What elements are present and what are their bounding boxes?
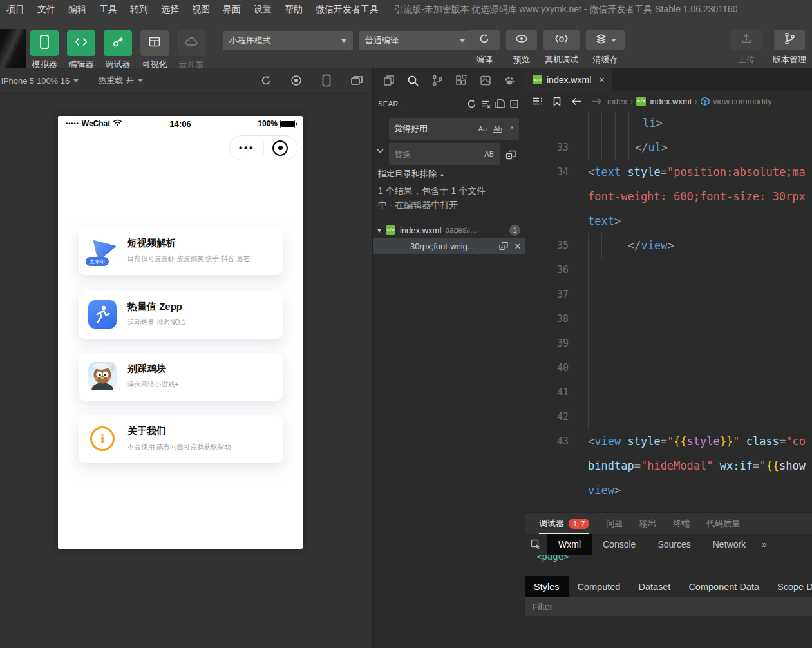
breadcrumb-symbol[interactable]: view.commodity (713, 97, 772, 106)
preserve-case-icon[interactable]: AB (482, 149, 496, 158)
search-icon[interactable] (405, 73, 420, 88)
replace-match-icon[interactable] (497, 242, 510, 251)
source-control-icon[interactable] (430, 73, 445, 88)
code-row[interactable]: 36 (525, 258, 812, 282)
code-row[interactable]: 33</ul> (525, 135, 812, 160)
stop-icon[interactable] (290, 74, 303, 87)
code-row[interactable]: text> (525, 209, 812, 233)
menu-file[interactable]: 文件 (31, 4, 62, 15)
list-item-about[interactable]: i 关于我们 不会使用 或有问题可点我获取帮助 (79, 415, 283, 463)
tab-network[interactable]: Network (702, 534, 757, 555)
menu-tools[interactable]: 工具 (93, 4, 124, 15)
tab-sources[interactable]: Sources (647, 534, 701, 555)
tab-output[interactable]: 输出 (639, 518, 656, 529)
open-search-editor-icon[interactable] (493, 97, 507, 111)
menu-project[interactable]: 项目 (0, 4, 31, 15)
code-row[interactable]: 38 (525, 307, 812, 331)
open-in-editor-link[interactable]: 在编辑器中打开 (395, 200, 458, 210)
close-tab-icon[interactable]: ✕ (598, 75, 605, 84)
tab-styles[interactable]: Styles (525, 576, 569, 597)
visualize-toggle-button[interactable]: 可视化 (140, 30, 169, 70)
code-row[interactable]: 39 (525, 331, 812, 356)
list-item-zepp[interactable]: 热量值 Zepp 运动热量 排名NO.1 (79, 291, 283, 339)
code-row[interactable]: 37 (525, 282, 812, 307)
code-row[interactable]: view> (525, 478, 812, 502)
hot-reload-select[interactable]: 热重载 开 (98, 75, 143, 86)
tab-computed[interactable]: Computed (569, 576, 630, 597)
compile-button[interactable]: 编译 (469, 30, 500, 66)
code-row[interactable]: 42 (525, 405, 812, 429)
search-input[interactable] (393, 124, 474, 135)
code-row[interactable]: 43<view style="{{style}}" class="co (525, 429, 812, 453)
tab-scope-data[interactable]: Scope Data (768, 576, 812, 597)
mode-select[interactable]: 小程序模式 (223, 31, 353, 50)
expand-arrow-icon[interactable]: ▼ (373, 227, 386, 234)
npm-paw-icon[interactable] (502, 73, 517, 88)
remote-debug-button[interactable]: 真机调试 (543, 30, 580, 66)
tab-terminal[interactable]: 终端 (673, 518, 690, 529)
clear-results-icon[interactable] (478, 97, 493, 111)
phone-frame-icon[interactable] (320, 74, 333, 87)
page-element-node[interactable]: <page> (536, 555, 569, 562)
menu-view[interactable]: 视图 (185, 4, 216, 15)
cloud-dev-button[interactable]: 云开发 (177, 30, 205, 70)
menu-devtools[interactable]: 微信开发者工具 (309, 4, 385, 15)
result-match-row[interactable]: 30rpx;font-weig... ✕ (373, 238, 525, 254)
regex-icon[interactable]: .* (507, 124, 515, 133)
exit-target-button[interactable] (264, 140, 297, 156)
tab-wxml[interactable]: Wxml (547, 534, 592, 555)
match-case-icon[interactable]: Aa (477, 124, 489, 133)
compile-mode-select[interactable]: 普通编译 (359, 31, 471, 50)
tab-debugger[interactable]: 调试器 1, 7 (539, 513, 589, 534)
breadcrumb-folder[interactable]: index (607, 97, 627, 106)
menu-select[interactable]: 选择 (155, 4, 185, 15)
include-exclude-toggle[interactable]: 指定目录和排除▲ (378, 168, 445, 180)
menu-help[interactable]: 帮助 (278, 4, 309, 15)
code-row[interactable]: 41 (525, 380, 812, 405)
refresh-search-icon[interactable] (464, 97, 478, 111)
upload-button[interactable]: 上传 (731, 30, 762, 66)
code-row[interactable]: 35</view> (525, 233, 812, 258)
back-arrow-icon[interactable] (571, 97, 582, 106)
tab-dataset[interactable]: Dataset (629, 576, 679, 597)
more-menu-button[interactable]: ••• (230, 138, 263, 158)
outline-list-icon[interactable] (533, 97, 543, 106)
code-row[interactable]: 34<text style="position:absolute;ma (525, 160, 812, 184)
explorer-files-icon[interactable] (381, 73, 397, 88)
detach-window-icon[interactable] (350, 74, 363, 87)
device-select[interactable]: iPhone 5 100% 16 (1, 76, 79, 86)
clear-cache-button[interactable]: 清缓存 (586, 30, 625, 66)
code-row[interactable]: 40 (525, 356, 812, 380)
preview-button[interactable]: 预览 (506, 30, 537, 66)
refresh-icon[interactable] (260, 74, 272, 87)
dismiss-match-icon[interactable]: ✕ (510, 242, 525, 251)
bookmark-icon[interactable] (553, 97, 561, 106)
tab-code-quality[interactable]: 代码质量 (706, 518, 740, 529)
menu-goto[interactable]: 转到 (124, 4, 155, 15)
result-file-row[interactable]: ▼ </> index.wxml pages\i... 1 (373, 222, 525, 238)
menu-interface[interactable]: 界面 (216, 4, 247, 15)
debugger-toggle-button[interactable]: 调试器 (104, 30, 132, 70)
simulator-toggle-button[interactable]: 模拟器 (30, 30, 59, 70)
version-control-button[interactable]: 版本管理 (771, 30, 808, 66)
replace-all-icon[interactable] (504, 148, 518, 162)
list-item-video-parse[interactable]: 去水印 短视频解析 目前仅可皮皮虾 皮皮搞笑 快手 抖音 最右 (79, 227, 283, 275)
code-row[interactable]: bindtap="hideModal" wx:if="{{show (525, 453, 812, 478)
tab-console[interactable]: Console (592, 534, 647, 555)
tab-problems[interactable]: 问题 (606, 518, 623, 529)
code-area[interactable]: li>33</ul>34<text style="position:absolu… (525, 111, 812, 512)
breadcrumb-file[interactable]: index.wxml (650, 97, 691, 106)
code-row[interactable]: font-weight: 600;font-size: 30rpx (525, 184, 812, 209)
menu-settings[interactable]: 设置 (247, 4, 278, 15)
extensions-icon[interactable] (453, 73, 469, 88)
user-avatar[interactable] (0, 29, 26, 68)
tab-index-wxml[interactable]: </> index.wxml ✕ (525, 68, 612, 91)
whole-word-icon[interactable]: Ab (491, 124, 504, 133)
styles-filter-input[interactable] (531, 601, 727, 613)
inspect-element-icon[interactable] (525, 538, 547, 550)
collapse-all-icon[interactable] (507, 97, 521, 111)
page-preview-icon[interactable] (478, 73, 493, 88)
replace-input[interactable] (393, 149, 480, 160)
more-tabs-icon[interactable]: » (762, 539, 767, 549)
list-item-chicken-game[interactable]: 别踩鸡块 爆火网络小游戏+ (79, 353, 283, 401)
